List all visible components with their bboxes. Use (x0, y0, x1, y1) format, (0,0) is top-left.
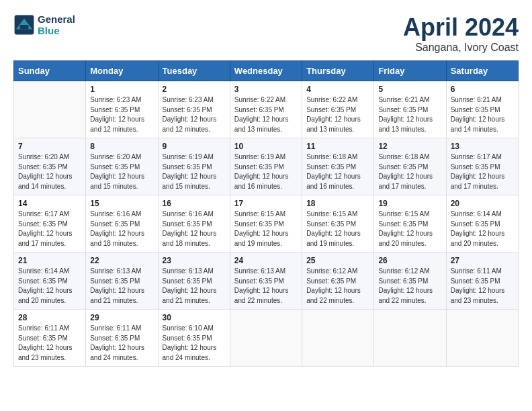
calendar-week-row: 1Sunrise: 6:23 AM Sunset: 6:35 PM Daylig… (14, 81, 519, 138)
day-info: Sunrise: 6:22 AM Sunset: 6:35 PM Dayligh… (306, 95, 369, 134)
calendar-cell: 17Sunrise: 6:15 AM Sunset: 6:35 PM Dayli… (230, 195, 302, 253)
day-number: 26 (378, 256, 441, 265)
calendar-week-row: 7Sunrise: 6:20 AM Sunset: 6:35 PM Daylig… (14, 138, 519, 195)
day-info: Sunrise: 6:19 AM Sunset: 6:35 PM Dayligh… (163, 152, 226, 191)
calendar-cell (14, 81, 86, 138)
calendar-cell: 6Sunrise: 6:21 AM Sunset: 6:35 PM Daylig… (446, 81, 518, 138)
weekday-header: Wednesday (230, 61, 302, 81)
day-info: Sunrise: 6:13 AM Sunset: 6:35 PM Dayligh… (90, 267, 153, 306)
day-number: 13 (451, 142, 514, 151)
day-info: Sunrise: 6:22 AM Sunset: 6:35 PM Dayligh… (234, 95, 298, 134)
day-info: Sunrise: 6:15 AM Sunset: 6:35 PM Dayligh… (306, 210, 369, 248)
weekday-header: Sunday (14, 61, 86, 81)
day-number: 14 (18, 199, 81, 208)
calendar-cell: 8Sunrise: 6:20 AM Sunset: 6:35 PM Daylig… (86, 138, 158, 195)
day-number: 20 (451, 199, 514, 208)
day-number: 1 (90, 85, 153, 94)
day-number: 28 (18, 313, 81, 322)
day-info: Sunrise: 6:12 AM Sunset: 6:35 PM Dayligh… (306, 267, 369, 306)
day-info: Sunrise: 6:16 AM Sunset: 6:35 PM Dayligh… (163, 210, 226, 248)
page-header: General Blue April 2024 Sangana, Ivory C… (13, 13, 519, 54)
day-number: 18 (306, 199, 369, 208)
calendar-cell: 2Sunrise: 6:23 AM Sunset: 6:35 PM Daylig… (158, 81, 230, 138)
day-number: 21 (18, 256, 81, 265)
logo-text: General Blue (38, 13, 75, 36)
calendar-cell: 24Sunrise: 6:13 AM Sunset: 6:35 PM Dayli… (230, 253, 302, 310)
day-info: Sunrise: 6:21 AM Sunset: 6:35 PM Dayligh… (378, 95, 441, 134)
calendar-cell: 10Sunrise: 6:19 AM Sunset: 6:35 PM Dayli… (230, 138, 302, 195)
calendar-cell: 16Sunrise: 6:16 AM Sunset: 6:35 PM Dayli… (158, 195, 230, 253)
logo: General Blue (13, 13, 75, 36)
day-info: Sunrise: 6:17 AM Sunset: 6:35 PM Dayligh… (451, 152, 514, 191)
calendar-cell: 18Sunrise: 6:15 AM Sunset: 6:35 PM Dayli… (302, 195, 374, 253)
day-info: Sunrise: 6:21 AM Sunset: 6:35 PM Dayligh… (451, 95, 514, 134)
calendar-cell: 5Sunrise: 6:21 AM Sunset: 6:35 PM Daylig… (374, 81, 446, 138)
day-info: Sunrise: 6:14 AM Sunset: 6:35 PM Dayligh… (18, 267, 81, 306)
calendar-cell: 15Sunrise: 6:16 AM Sunset: 6:35 PM Dayli… (86, 195, 158, 253)
calendar-cell: 12Sunrise: 6:18 AM Sunset: 6:35 PM Dayli… (374, 138, 446, 195)
calendar-cell (446, 310, 518, 367)
calendar-cell (374, 310, 446, 367)
calendar-cell: 26Sunrise: 6:12 AM Sunset: 6:35 PM Dayli… (374, 253, 446, 310)
calendar-cell: 27Sunrise: 6:11 AM Sunset: 6:35 PM Dayli… (446, 253, 518, 310)
calendar-cell: 7Sunrise: 6:20 AM Sunset: 6:35 PM Daylig… (14, 138, 86, 195)
month-title: April 2024 (403, 13, 519, 42)
calendar-cell: 13Sunrise: 6:17 AM Sunset: 6:35 PM Dayli… (446, 138, 518, 195)
calendar-table: SundayMondayTuesdayWednesdayThursdayFrid… (13, 60, 519, 367)
day-info: Sunrise: 6:20 AM Sunset: 6:35 PM Dayligh… (90, 152, 153, 191)
day-info: Sunrise: 6:14 AM Sunset: 6:35 PM Dayligh… (451, 210, 514, 248)
day-info: Sunrise: 6:13 AM Sunset: 6:35 PM Dayligh… (234, 267, 298, 306)
logo-icon (13, 14, 35, 36)
calendar-cell: 21Sunrise: 6:14 AM Sunset: 6:35 PM Dayli… (14, 253, 86, 310)
calendar-cell: 4Sunrise: 6:22 AM Sunset: 6:35 PM Daylig… (302, 81, 374, 138)
day-number: 2 (163, 85, 226, 94)
day-number: 25 (306, 256, 369, 265)
calendar-cell (302, 310, 374, 367)
calendar-cell: 14Sunrise: 6:17 AM Sunset: 6:35 PM Dayli… (14, 195, 86, 253)
calendar-cell: 11Sunrise: 6:18 AM Sunset: 6:35 PM Dayli… (302, 138, 374, 195)
day-info: Sunrise: 6:12 AM Sunset: 6:35 PM Dayligh… (378, 267, 441, 306)
day-info: Sunrise: 6:19 AM Sunset: 6:35 PM Dayligh… (234, 152, 298, 191)
day-info: Sunrise: 6:23 AM Sunset: 6:35 PM Dayligh… (163, 95, 226, 134)
calendar-cell: 3Sunrise: 6:22 AM Sunset: 6:35 PM Daylig… (230, 81, 302, 138)
day-number: 11 (306, 142, 369, 151)
calendar-cell (230, 310, 302, 367)
day-number: 22 (90, 256, 153, 265)
location-subtitle: Sangana, Ivory Coast (403, 42, 519, 54)
day-number: 29 (90, 313, 153, 322)
calendar-header-row: SundayMondayTuesdayWednesdayThursdayFrid… (14, 61, 519, 81)
calendar-cell: 22Sunrise: 6:13 AM Sunset: 6:35 PM Dayli… (86, 253, 158, 310)
calendar-body: 1Sunrise: 6:23 AM Sunset: 6:35 PM Daylig… (14, 81, 519, 367)
day-info: Sunrise: 6:11 AM Sunset: 6:35 PM Dayligh… (451, 267, 514, 306)
calendar-week-row: 21Sunrise: 6:14 AM Sunset: 6:35 PM Dayli… (14, 253, 519, 310)
day-number: 12 (378, 142, 441, 151)
day-info: Sunrise: 6:20 AM Sunset: 6:35 PM Dayligh… (18, 152, 81, 191)
calendar-cell: 30Sunrise: 6:10 AM Sunset: 6:35 PM Dayli… (158, 310, 230, 367)
day-number: 4 (306, 85, 369, 94)
calendar-cell: 25Sunrise: 6:12 AM Sunset: 6:35 PM Dayli… (302, 253, 374, 310)
day-info: Sunrise: 6:11 AM Sunset: 6:35 PM Dayligh… (90, 324, 153, 363)
weekday-header: Friday (374, 61, 446, 81)
day-number: 24 (234, 256, 298, 265)
day-info: Sunrise: 6:13 AM Sunset: 6:35 PM Dayligh… (163, 267, 226, 306)
weekday-header: Saturday (446, 61, 518, 81)
day-number: 19 (378, 199, 441, 208)
day-info: Sunrise: 6:15 AM Sunset: 6:35 PM Dayligh… (234, 210, 298, 248)
day-info: Sunrise: 6:18 AM Sunset: 6:35 PM Dayligh… (306, 152, 369, 191)
day-number: 6 (451, 85, 514, 94)
calendar-cell: 1Sunrise: 6:23 AM Sunset: 6:35 PM Daylig… (86, 81, 158, 138)
calendar-cell: 20Sunrise: 6:14 AM Sunset: 6:35 PM Dayli… (446, 195, 518, 253)
day-number: 27 (451, 256, 514, 265)
day-number: 10 (234, 142, 298, 151)
day-number: 16 (163, 199, 226, 208)
weekday-header: Monday (86, 61, 158, 81)
day-number: 23 (163, 256, 226, 265)
calendar-week-row: 14Sunrise: 6:17 AM Sunset: 6:35 PM Dayli… (14, 195, 519, 253)
day-number: 7 (18, 142, 81, 151)
day-info: Sunrise: 6:11 AM Sunset: 6:35 PM Dayligh… (18, 324, 81, 363)
day-info: Sunrise: 6:16 AM Sunset: 6:35 PM Dayligh… (90, 210, 153, 248)
calendar-cell: 29Sunrise: 6:11 AM Sunset: 6:35 PM Dayli… (86, 310, 158, 367)
title-block: April 2024 Sangana, Ivory Coast (403, 13, 519, 54)
calendar-week-row: 28Sunrise: 6:11 AM Sunset: 6:35 PM Dayli… (14, 310, 519, 367)
day-number: 5 (378, 85, 441, 94)
